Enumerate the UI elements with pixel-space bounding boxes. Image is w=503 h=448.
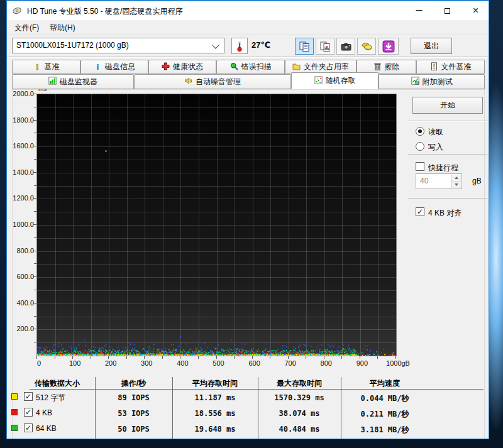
x-tick-mark: [252, 356, 253, 359]
tab-label: 错误扫描: [241, 62, 272, 72]
tab-error-scan[interactable]: 错误扫描: [216, 60, 285, 74]
y-tick-label: 1600.0: [7, 142, 34, 150]
tab-file-benchmark[interactable]: !文件基准: [416, 60, 485, 74]
separator: [408, 154, 487, 155]
x-tick-mark: [144, 356, 145, 359]
tab-random-access[interactable]: 随机存取: [291, 72, 379, 89]
tab-health[interactable]: 健康状态: [148, 60, 216, 74]
menu-file[interactable]: 文件(F): [14, 23, 39, 33]
x-tick-mark: [288, 356, 289, 359]
quick-stroke-checkbox[interactable]: [416, 162, 424, 171]
read-radio-label: 读取: [428, 127, 443, 138]
x-tick-mark: [395, 356, 396, 359]
thermometer-icon: [235, 40, 244, 52]
copy-image-button[interactable]: [316, 38, 334, 55]
y-tick-mark: [34, 133, 36, 133]
y-tick-label: 800.0: [7, 247, 34, 254]
row-label: 512 字节: [36, 393, 65, 403]
y-tick-mark: [33, 276, 36, 277]
x-tick-mark: [341, 356, 342, 359]
title-bar[interactable]: HD Tune 专业版 5.50 - 硬盘/固态硬盘实用程序 ─ ×: [7, 1, 489, 20]
maximize-button[interactable]: [433, 1, 462, 19]
download-button[interactable]: [378, 38, 399, 55]
write-radio[interactable]: [416, 142, 424, 151]
tab-extra-tests[interactable]: 附加测试: [379, 74, 485, 89]
read-radio[interactable]: [416, 127, 424, 136]
y-tick-mark: [33, 303, 36, 303]
tab-disk-monitor[interactable]: 磁盘监视器: [12, 74, 134, 89]
x-tick-mark: [270, 356, 270, 359]
table-header-size: 传输数据大小: [19, 378, 95, 389]
start-button[interactable]: 开始: [412, 97, 483, 114]
disk-info-icon: i: [94, 62, 102, 72]
y-tick-mark: [33, 94, 36, 94]
tab-label: 自动噪音管理: [196, 77, 241, 87]
x-tick-mark: [377, 356, 378, 359]
y-tick-mark: [34, 211, 36, 212]
screenshot-button[interactable]: [336, 38, 355, 55]
tab-label: 基准: [45, 62, 60, 72]
chevron-down-icon: [212, 41, 219, 48]
y-tick-mark: [33, 146, 36, 146]
stepper-down-button[interactable]: [451, 182, 461, 188]
menu-help[interactable]: 帮助(H): [50, 23, 75, 33]
x-tick-label: 0: [21, 359, 57, 367]
y-tick-mark: [34, 159, 36, 160]
health-icon: [162, 62, 170, 72]
row-checkbox[interactable]: ✓: [24, 408, 33, 417]
minimize-button[interactable]: ─: [405, 1, 433, 19]
camera-icon: [340, 41, 352, 52]
drive-select[interactable]: ST1000LX015-1U7172 (1000 gB): [12, 38, 224, 53]
x-tick-label: 300: [129, 359, 164, 367]
x-tick-label: 800: [309, 359, 344, 367]
tab-label: 随机存取: [326, 75, 356, 86]
quick-stroke-stepper[interactable]: 40: [416, 173, 462, 189]
exit-button[interactable]: 退出: [411, 38, 452, 54]
folder-usage-icon: [292, 62, 301, 72]
row-checkbox[interactable]: ✓: [24, 423, 33, 432]
y-tick-label: 1000.0: [7, 221, 34, 228]
y-tick-label: 2000.0: [7, 90, 34, 97]
close-button[interactable]: ×: [462, 1, 489, 19]
copy-image-icon: [319, 41, 331, 52]
y-tick-mark: [34, 185, 36, 186]
copy-text-icon: [299, 41, 310, 52]
y-tick-label: 600.0: [7, 273, 34, 280]
save-results-button[interactable]: [357, 38, 376, 55]
result-cell: 40.484 ms: [258, 425, 341, 434]
x-tick-label: 100: [57, 359, 92, 367]
download-icon: [382, 40, 395, 53]
tab-disk-info[interactable]: i磁盘信息: [80, 60, 148, 74]
arrow-up-icon: [455, 177, 458, 179]
stepper-up-button[interactable]: [451, 175, 461, 182]
result-cell: 18.556 ms: [172, 409, 258, 418]
y-tick-mark: [33, 251, 36, 251]
aam-icon: [184, 77, 192, 87]
separator: [408, 198, 487, 199]
result-cell: 53 IOPS: [95, 409, 172, 418]
random-access-chart: [36, 94, 397, 356]
row-checkbox[interactable]: ✓: [24, 392, 33, 401]
erase-icon: [373, 62, 382, 72]
x-tick-mark: [360, 356, 360, 359]
quick-stroke-unit: gB: [472, 177, 482, 185]
table-header-divider: [30, 389, 484, 390]
disk-monitor-icon: [48, 77, 57, 87]
x-tick-label: 600: [237, 359, 272, 367]
result-cell: 19.648 ms: [172, 425, 258, 434]
result-cell: 38.074 ms: [258, 409, 341, 418]
tab-aam[interactable]: 自动噪音管理: [134, 74, 291, 89]
align-checkbox[interactable]: ✓: [416, 207, 424, 216]
result-cell: 50 IOPS: [95, 425, 172, 434]
y-tick-label: 1800.0: [7, 116, 34, 124]
align-checkbox-label: 4 KB 对齐: [428, 208, 462, 219]
x-tick-mark: [306, 356, 306, 359]
x-tick-label: 200: [93, 359, 128, 367]
copy-text-button[interactable]: [295, 38, 314, 55]
y-tick-mark: [34, 290, 36, 290]
quick-stroke-value: 40: [420, 177, 428, 185]
result-cell: 0.211 MB/秒: [341, 409, 429, 420]
series-color-swatch: [11, 425, 18, 431]
tab-label: 磁盘信息: [105, 62, 135, 72]
tab-benchmark[interactable]: !基准: [12, 60, 80, 74]
